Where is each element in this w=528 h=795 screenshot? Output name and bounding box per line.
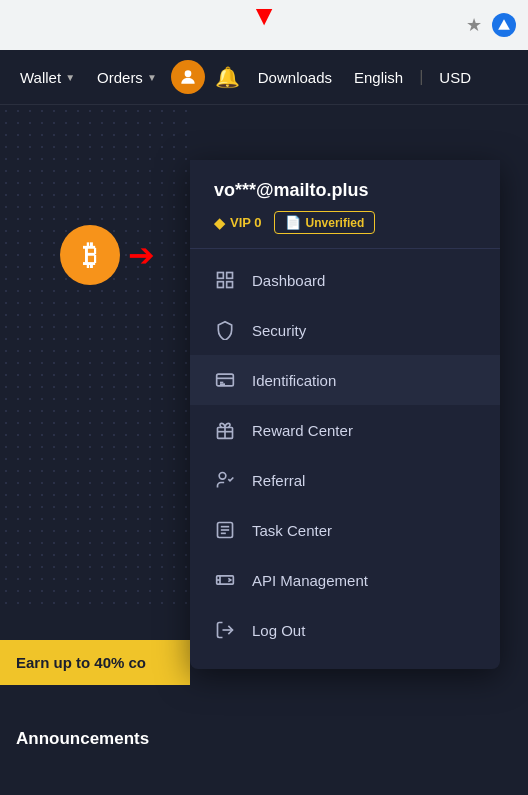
menu-item-referral[interactable]: Referral	[190, 455, 500, 505]
wallet-caret-icon: ▼	[65, 72, 75, 83]
svg-point-11	[219, 473, 226, 480]
api-management-label: API Management	[252, 572, 368, 589]
dropdown-menu-list: Dashboard Security	[190, 249, 500, 661]
referral-label: Referral	[252, 472, 305, 489]
red-right-arrow-indicator: ➔	[128, 236, 155, 274]
wallet-label: Wallet	[20, 69, 61, 86]
orders-nav-item[interactable]: Orders ▼	[89, 63, 165, 92]
svg-marker-0	[498, 19, 510, 30]
vip-badge: ◆ VIP 0	[214, 215, 262, 231]
menu-item-reward-center[interactable]: Reward Center	[190, 405, 500, 455]
browser-brand-icon	[492, 13, 516, 37]
announcements-label: Announcements	[16, 729, 149, 748]
wallet-nav-item[interactable]: Wallet ▼	[12, 63, 83, 92]
usd-label: USD	[439, 69, 471, 86]
task-center-icon	[214, 519, 236, 541]
dashboard-label: Dashboard	[252, 272, 325, 289]
nav-divider: |	[419, 68, 423, 86]
dropdown-header: vo***@mailto.plus ◆ VIP 0 📄 Unverified	[190, 160, 500, 249]
user-avatar-button[interactable]	[171, 60, 205, 94]
svg-rect-5	[227, 282, 233, 288]
user-email: vo***@mailto.plus	[214, 180, 476, 201]
menu-item-task-center[interactable]: Task Center	[190, 505, 500, 555]
svg-rect-4	[218, 282, 224, 288]
api-management-icon	[214, 569, 236, 591]
bitcoin-symbol: ₿	[83, 239, 97, 272]
svg-point-1	[184, 70, 191, 77]
reward-center-icon	[214, 419, 236, 441]
security-icon	[214, 319, 236, 341]
red-down-arrow-indicator: ▼	[250, 2, 278, 30]
vip-label: VIP 0	[230, 215, 262, 230]
identification-icon	[214, 369, 236, 391]
bookmark-icon[interactable]: ★	[466, 14, 482, 36]
english-label: English	[354, 69, 403, 86]
menu-item-dashboard[interactable]: Dashboard	[190, 255, 500, 305]
log-out-icon	[214, 619, 236, 641]
menu-item-security[interactable]: Security	[190, 305, 500, 355]
navbar: Wallet ▼ Orders ▼ 🔔 Downloads English | …	[0, 50, 528, 105]
currency-nav-item[interactable]: USD	[431, 63, 479, 92]
unverified-label: Unverified	[306, 216, 365, 230]
unverified-badge[interactable]: 📄 Unverified	[274, 211, 376, 234]
security-label: Security	[252, 322, 306, 339]
svg-rect-2	[218, 273, 224, 279]
orders-label: Orders	[97, 69, 143, 86]
log-out-label: Log Out	[252, 622, 305, 639]
language-nav-item[interactable]: English	[346, 63, 411, 92]
user-dropdown-panel: vo***@mailto.plus ◆ VIP 0 📄 Unverified	[190, 160, 500, 669]
announcements-section: Announcements	[0, 713, 165, 765]
bitcoin-icon: ₿	[60, 225, 120, 285]
notifications-bell-icon[interactable]: 🔔	[211, 61, 244, 93]
dashboard-icon	[214, 269, 236, 291]
referral-icon	[214, 469, 236, 491]
downloads-nav-item[interactable]: Downloads	[250, 63, 340, 92]
menu-item-api-management[interactable]: API Management	[190, 555, 500, 605]
identification-label: Identification	[252, 372, 336, 389]
dot-pattern-bg	[0, 105, 190, 605]
promo-banner[interactable]: Earn up to 40% co	[0, 640, 190, 685]
menu-item-log-out[interactable]: Log Out	[190, 605, 500, 655]
page-background: ₿ ➔ Earn up to 40% co Announcements vo**…	[0, 105, 528, 795]
vip-diamond-icon: ◆	[214, 215, 225, 231]
user-meta: ◆ VIP 0 📄 Unverified	[214, 211, 476, 234]
downloads-label: Downloads	[258, 69, 332, 86]
id-card-icon: 📄	[285, 215, 301, 230]
reward-center-label: Reward Center	[252, 422, 353, 439]
task-center-label: Task Center	[252, 522, 332, 539]
promo-banner-text: Earn up to 40% co	[16, 654, 146, 671]
browser-bar: ▼ ★	[0, 0, 528, 50]
menu-item-identification[interactable]: Identification	[190, 355, 500, 405]
svg-rect-3	[227, 273, 233, 279]
orders-caret-icon: ▼	[147, 72, 157, 83]
